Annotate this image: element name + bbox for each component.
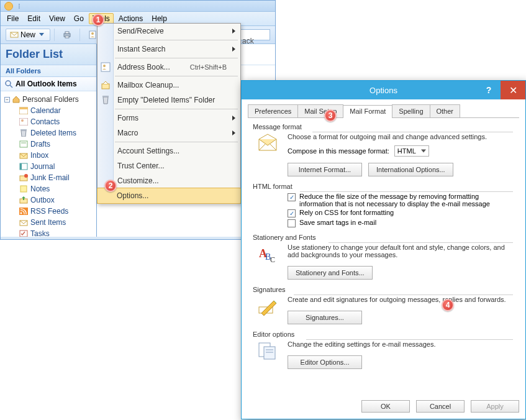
- menu-customize[interactable]: Customize...: [97, 173, 240, 188]
- chk-smart-tags[interactable]: Save smart tags in e-mail: [253, 219, 514, 227]
- menu-account-settings[interactable]: Account Settings...: [97, 144, 240, 158]
- menu-forms[interactable]: Forms: [97, 111, 240, 126]
- tab-mail-format[interactable]: Mail Format: [343, 105, 392, 118]
- menu-empty-deleted[interactable]: Empty "Deleted Items" Folder: [97, 93, 240, 107]
- tree-tasks[interactable]: Tasks: [1, 228, 96, 237]
- tasks-icon: [19, 230, 28, 237]
- tree-expand-icon[interactable]: −: [4, 97, 10, 103]
- menu-mailbox-cleanup[interactable]: Mailbox Cleanup...: [97, 78, 240, 93]
- compose-format-line: Compose in this message format: HTML: [288, 145, 429, 157]
- group-title: Signatures: [253, 286, 514, 293]
- tab-spelling[interactable]: Spelling: [392, 104, 430, 117]
- contacts-icon: [19, 118, 28, 126]
- tree-outbox[interactable]: Outbox: [1, 194, 96, 206]
- menu-file[interactable]: File: [7, 14, 19, 23]
- nav-all-outlook-items[interactable]: All Outlook Items: [1, 77, 96, 91]
- menu-options[interactable]: Options...: [97, 188, 241, 204]
- tab-other[interactable]: Other: [430, 104, 461, 117]
- tree-rss[interactable]: RSS Feeds: [1, 206, 96, 217]
- chk-reduce-label: Reduce the file size of the message by r…: [299, 193, 514, 208]
- apply-button[interactable]: Apply: [471, 400, 519, 413]
- stationery-fonts-button[interactable]: Stationery and Fonts...: [288, 266, 373, 280]
- menu-instant-search[interactable]: Instant Search: [97, 42, 240, 57]
- dialog-close-button[interactable]: ✕: [501, 81, 525, 99]
- dialog-help-button[interactable]: ?: [478, 81, 499, 99]
- sent-icon: [19, 219, 28, 226]
- tree-personal-folders-label: Personal Folders: [22, 95, 79, 104]
- menu-help[interactable]: Help: [152, 14, 167, 23]
- group-divider: [306, 339, 513, 340]
- tree-contacts[interactable]: Contacts: [1, 116, 96, 127]
- editor-icon: [258, 340, 278, 360]
- group-divider: [300, 191, 513, 192]
- callout-badge-2: 2: [104, 180, 117, 192]
- menu-address-book[interactable]: Address Book... Ctrl+Shift+B: [97, 60, 240, 75]
- outlook-app-icon: [4, 2, 13, 11]
- svg-rect-2: [65, 32, 69, 34]
- svg-rect-32: [102, 96, 109, 97]
- svg-point-30: [103, 65, 106, 67]
- tree-junk[interactable]: Junk E-mail: [1, 172, 96, 183]
- home-folder-icon: [12, 95, 20, 104]
- internet-format-button[interactable]: Internet Format...: [288, 163, 362, 176]
- menu-macro[interactable]: Macro: [97, 126, 240, 140]
- svg-rect-31: [102, 84, 109, 89]
- svg-rect-9: [19, 107, 28, 109]
- menu-separator: [115, 142, 238, 142]
- dialog-body: Preferences Mail Setup Mail Format Spell…: [242, 99, 525, 394]
- compose-format-value: HTML: [397, 147, 416, 155]
- printer-icon: [63, 30, 71, 39]
- tree-deleted-items[interactable]: Deleted Items: [1, 127, 96, 139]
- group-editor-options: Editor options Change the editing settin…: [250, 331, 517, 369]
- group-divider: [312, 132, 513, 132]
- compose-format-select[interactable]: HTML: [394, 145, 429, 157]
- navigation-pane: Folder List All Folders All Outlook Item…: [1, 44, 97, 237]
- tree-drafts[interactable]: Drafts: [1, 139, 96, 150]
- nav-header: Folder List: [1, 44, 96, 65]
- menu-send-receive[interactable]: Send/Receive: [97, 24, 240, 39]
- menu-view[interactable]: View: [49, 14, 65, 23]
- menu-separator: [115, 76, 238, 76]
- empty-trash-icon: [101, 95, 111, 105]
- menu-actions[interactable]: Actions: [119, 14, 143, 23]
- tree-calendar[interactable]: Calendar: [1, 105, 96, 116]
- dialog-title: Options: [370, 86, 397, 95]
- cleanup-icon: [101, 80, 111, 90]
- tree-journal[interactable]: Journal: [1, 161, 96, 172]
- cancel-button[interactable]: Cancel: [416, 400, 465, 413]
- group-title: Message format: [253, 123, 514, 130]
- group-content: Choose a format for outgoing mail and ch…: [253, 133, 514, 176]
- menu-separator: [115, 40, 238, 40]
- folder-tree: − Personal Folders Calendar Contacts Del…: [1, 91, 96, 237]
- chk-reduce-filesize[interactable]: Reduce the file size of the message by r…: [253, 193, 514, 208]
- chk-rely-css[interactable]: Rely on CSS for font formatting: [253, 209, 514, 217]
- notes-icon: [19, 185, 28, 193]
- inbox-icon: [19, 152, 28, 159]
- new-button[interactable]: New: [6, 29, 50, 41]
- tab-preferences[interactable]: Preferences: [248, 104, 298, 117]
- svg-point-6: [6, 81, 11, 86]
- tree-inbox[interactable]: Inbox: [1, 150, 96, 161]
- menu-trust-center[interactable]: Trust Center...: [97, 158, 240, 173]
- svg-rect-38: [264, 347, 275, 359]
- calendar-icon: [19, 107, 28, 114]
- submenu-arrow-icon: [232, 29, 235, 34]
- nav-all-outlook-items-label: All Outlook Items: [16, 80, 77, 88]
- tree-sent[interactable]: Sent Items: [1, 217, 96, 228]
- editor-options-button[interactable]: Editor Options...: [288, 355, 362, 369]
- signatures-button[interactable]: Signatures...: [288, 311, 362, 324]
- tab-mail-setup[interactable]: Mail Setup: [297, 104, 343, 117]
- chk-smart-label: Save smart tags in e-mail: [299, 219, 514, 226]
- journal-icon: [19, 163, 28, 170]
- menu-go[interactable]: Go: [74, 14, 84, 23]
- tree-personal-folders[interactable]: − Personal Folders: [1, 94, 96, 105]
- menu-edit[interactable]: Edit: [27, 14, 40, 23]
- nav-all-folders[interactable]: All Folders: [1, 65, 96, 77]
- tree-notes[interactable]: Notes: [1, 183, 96, 194]
- international-options-button[interactable]: International Options...: [368, 163, 453, 176]
- ok-button[interactable]: OK: [361, 400, 410, 413]
- print-button[interactable]: [58, 29, 76, 41]
- rss-icon: [19, 208, 28, 215]
- checkbox-icon: [288, 219, 296, 227]
- group-title: Editor options: [253, 331, 514, 338]
